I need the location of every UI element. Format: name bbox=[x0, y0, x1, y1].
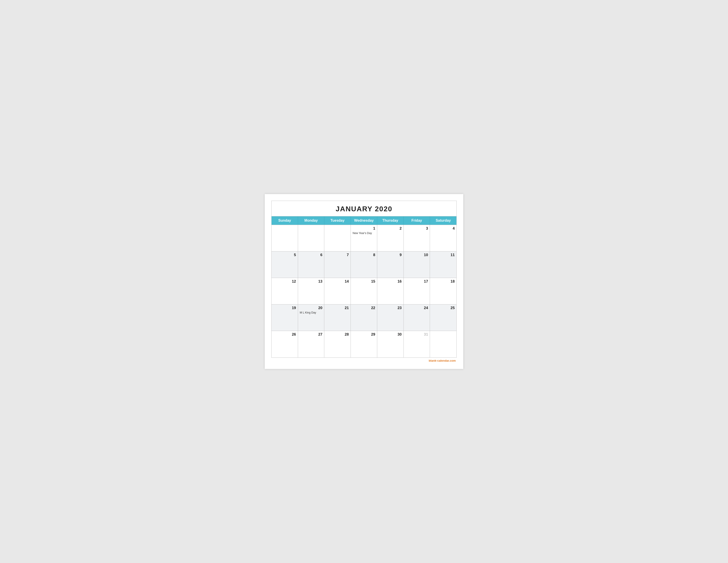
calendar-cell: 8 bbox=[351, 251, 377, 278]
day-number: 21 bbox=[326, 306, 349, 310]
day-number: 16 bbox=[379, 279, 402, 284]
day-number: 27 bbox=[300, 332, 323, 337]
day-number: 29 bbox=[353, 332, 375, 337]
header-day-wednesday: Wednesday bbox=[351, 216, 377, 225]
day-number: 20 bbox=[300, 306, 323, 310]
calendar-cell: 30 bbox=[377, 331, 404, 358]
calendar-cell: 23 bbox=[377, 305, 404, 331]
day-number: 9 bbox=[379, 253, 402, 257]
day-number: 25 bbox=[432, 306, 455, 310]
calendar-cell: 15 bbox=[351, 278, 377, 305]
day-number: 23 bbox=[379, 306, 402, 310]
day-number: 4 bbox=[432, 226, 455, 231]
calendar-cell: 24 bbox=[404, 305, 430, 331]
calendar-cell: 29 bbox=[351, 331, 377, 358]
calendar-title: JANUARY 2020 bbox=[272, 201, 456, 216]
day-number: 26 bbox=[273, 332, 296, 337]
day-number: 28 bbox=[326, 332, 349, 337]
day-number: 12 bbox=[273, 279, 296, 284]
calendar-cell: 18 bbox=[430, 278, 456, 305]
calendar-cell: 28 bbox=[324, 331, 351, 358]
calendar-cell: 3 bbox=[404, 225, 430, 251]
calendar-cell: 12 bbox=[272, 278, 298, 305]
header-day-thursday: Thursday bbox=[377, 216, 404, 225]
day-number: 30 bbox=[379, 332, 402, 337]
calendar-cell: 20M L King Day bbox=[298, 305, 325, 331]
calendar-cell: 11 bbox=[430, 251, 456, 278]
calendar-cell: 22 bbox=[351, 305, 377, 331]
header-day-sunday: Sunday bbox=[272, 216, 298, 225]
day-number: 18 bbox=[432, 279, 455, 284]
calendar-cell: 16 bbox=[377, 278, 404, 305]
day-number: 3 bbox=[405, 226, 428, 231]
day-number: 14 bbox=[326, 279, 349, 284]
calendar-cell: 31 bbox=[404, 331, 430, 358]
calendar-cell bbox=[272, 225, 298, 251]
footer-link[interactable]: blank-calendar.com bbox=[429, 359, 456, 362]
day-number: 8 bbox=[353, 253, 375, 257]
day-number: 13 bbox=[300, 279, 323, 284]
calendar-cell: 7 bbox=[324, 251, 351, 278]
day-number: 2 bbox=[379, 226, 402, 231]
day-number: 10 bbox=[405, 253, 428, 257]
day-number: 19 bbox=[273, 306, 296, 310]
event-label: New Year's Day bbox=[353, 231, 375, 235]
day-number: 1 bbox=[353, 226, 375, 231]
calendar-cell: 25 bbox=[430, 305, 456, 331]
calendar-cell: 5 bbox=[272, 251, 298, 278]
calendar-cell: 6 bbox=[298, 251, 325, 278]
calendar-cell bbox=[430, 331, 456, 358]
page-wrapper: JANUARY 2020 SundayMondayTuesdayWednesda… bbox=[265, 194, 463, 369]
day-number: 22 bbox=[353, 306, 375, 310]
header-day-tuesday: Tuesday bbox=[324, 216, 351, 225]
header-day-friday: Friday bbox=[404, 216, 430, 225]
calendar-cell: 17 bbox=[404, 278, 430, 305]
calendar-cell bbox=[298, 225, 325, 251]
calendar-cell: 26 bbox=[272, 331, 298, 358]
day-number: 5 bbox=[273, 253, 296, 257]
calendar-cell: 19 bbox=[272, 305, 298, 331]
day-number: 7 bbox=[326, 253, 349, 257]
day-number: 15 bbox=[353, 279, 375, 284]
calendar-cell: 9 bbox=[377, 251, 404, 278]
calendar-cell: 13 bbox=[298, 278, 325, 305]
day-number: 6 bbox=[300, 253, 323, 257]
day-number: 17 bbox=[405, 279, 428, 284]
calendar-grid: 1New Year's Day2345678910111213141516171… bbox=[272, 225, 456, 358]
calendar-cell bbox=[324, 225, 351, 251]
calendar-cell: 1New Year's Day bbox=[351, 225, 377, 251]
calendar-header: SundayMondayTuesdayWednesdayThursdayFrid… bbox=[272, 216, 456, 225]
header-day-saturday: Saturday bbox=[430, 216, 456, 225]
header-day-monday: Monday bbox=[298, 216, 325, 225]
footer: blank-calendar.com bbox=[271, 358, 457, 362]
calendar-cell: 10 bbox=[404, 251, 430, 278]
calendar-cell: 27 bbox=[298, 331, 325, 358]
event-label: M L King Day bbox=[300, 311, 323, 314]
calendar-cell: 2 bbox=[377, 225, 404, 251]
calendar-cell: 14 bbox=[324, 278, 351, 305]
calendar-container: JANUARY 2020 SundayMondayTuesdayWednesda… bbox=[271, 201, 457, 358]
day-number: 31 bbox=[405, 332, 428, 337]
calendar-cell: 4 bbox=[430, 225, 456, 251]
day-number: 24 bbox=[405, 306, 428, 310]
calendar-cell: 21 bbox=[324, 305, 351, 331]
day-number: 11 bbox=[432, 253, 455, 257]
